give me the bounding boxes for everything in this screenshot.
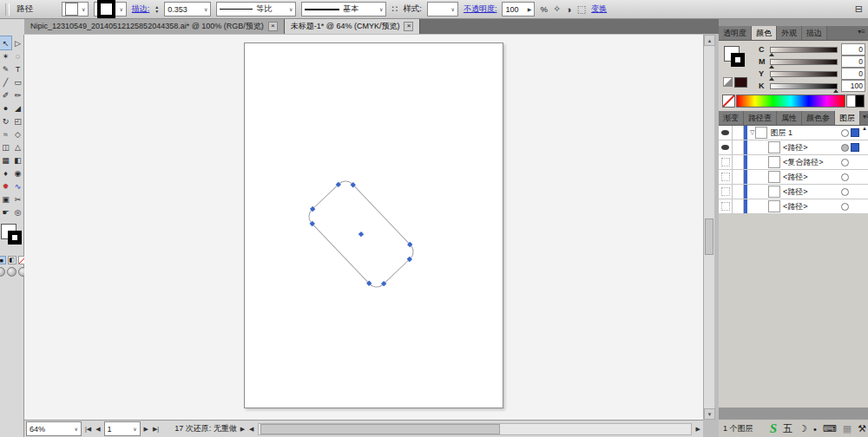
m-value[interactable]: 0 (841, 55, 865, 68)
zoom-level-dropdown[interactable]: 64% ∨ (26, 421, 82, 436)
type-tool[interactable]: T (12, 62, 23, 75)
lasso-tool[interactable]: ◌ (12, 49, 23, 62)
free-transform-tool[interactable]: ◇ (12, 127, 23, 140)
next-page-icon[interactable]: ▶ (143, 426, 149, 433)
pen-tool[interactable]: ✎ (0, 62, 11, 75)
zoom-tool[interactable]: ◎ (12, 205, 23, 218)
canvas-area[interactable] (24, 35, 703, 420)
width-tool[interactable]: ≈ (0, 127, 11, 140)
horizontal-scroll-thumb[interactable] (260, 424, 499, 434)
recolor-artwork-icon[interactable]: ◑ (566, 4, 572, 15)
magic-wand-tool[interactable]: ✶ (0, 49, 11, 62)
blob-brush-tool[interactable]: ● (0, 101, 11, 114)
y-slider-handle[interactable] (769, 77, 774, 81)
stroke-width-stepper[interactable]: ▲ ▼ (155, 5, 159, 14)
c-slider[interactable] (770, 47, 838, 53)
selection-indicator[interactable] (851, 143, 859, 152)
lock-toggle[interactable] (733, 140, 744, 154)
status-flyout-icon[interactable]: ▶ (240, 426, 246, 433)
brush-definition-dropdown[interactable]: 基本 ∨ (301, 2, 386, 16)
input-mode-wubi[interactable]: 五 (783, 422, 792, 435)
layer-row-5[interactable]: <路径> (719, 185, 868, 199)
target-icon[interactable] (841, 203, 849, 211)
y-value[interactable]: 0 (841, 68, 865, 80)
scroll-right-icon[interactable]: ▶ (695, 426, 701, 433)
slice-tool[interactable]: ✂ (12, 192, 23, 205)
select-similar-icon[interactable]: ✧ (553, 3, 561, 15)
gradient-mode-button[interactable]: ◧ (8, 256, 16, 264)
wrench-icon[interactable]: ⚒ (858, 423, 866, 434)
layer-name[interactable]: <路径> (783, 142, 808, 153)
sogou-icon[interactable]: S (770, 421, 777, 436)
layer-name[interactable]: 图层 1 (770, 127, 792, 139)
scroll-down-icon[interactable]: ▼ (704, 408, 715, 420)
dot-icon[interactable]: • (813, 424, 817, 434)
align-icon[interactable]: ⬚ (577, 3, 586, 15)
k-value[interactable]: 100 (841, 80, 865, 92)
vertical-scroll-thumb[interactable] (705, 218, 713, 255)
anchor-points[interactable] (302, 174, 419, 293)
layer-name[interactable]: <路径> (783, 172, 808, 183)
target-icon[interactable] (841, 173, 849, 181)
color-spectrum-bar[interactable] (736, 95, 845, 108)
target-icon[interactable] (841, 159, 849, 166)
selection-tool[interactable]: ↖ (0, 36, 11, 49)
collapse-dock-icon[interactable]: ⊟ (855, 3, 863, 15)
style-dropdown[interactable]: ∨ (427, 2, 458, 16)
tab-transparency[interactable]: 透明度 (719, 26, 752, 40)
rectangle-tool[interactable]: ▭ (12, 75, 23, 88)
rotate-tool[interactable]: ↻ (0, 114, 11, 127)
gradient-tool[interactable]: ◧ (12, 153, 23, 166)
layer-row-1[interactable]: ▽ 图层 1 ▲ (719, 126, 868, 140)
layer-row-2[interactable]: <路径> (719, 140, 868, 155)
lock-toggle[interactable] (733, 199, 744, 213)
panel-menu-icon[interactable]: ▾≡ (855, 26, 868, 40)
width-profile-dropdown[interactable]: 等比 ∨ (216, 2, 296, 16)
artboard-number-dropdown[interactable]: 1 ∨ (104, 421, 141, 436)
layer-name[interactable]: <路径> (783, 201, 808, 212)
tab-color[interactable]: 颜色 (752, 26, 777, 40)
y-slider[interactable] (770, 71, 838, 77)
tab-attributes[interactable]: 属性 (777, 111, 802, 125)
swap-colors-icon[interactable] (723, 77, 733, 87)
layer-name[interactable]: <复合路径> (783, 157, 824, 168)
k-slider[interactable] (770, 83, 838, 89)
c-value[interactable]: 0 (841, 43, 865, 55)
draw-normal-icon[interactable] (0, 267, 5, 277)
prev-page-icon[interactable]: ◀ (95, 426, 101, 433)
tab-gradient[interactable]: 渐变 (719, 111, 744, 125)
tab-stroke[interactable]: 描边 (802, 26, 827, 40)
close-icon[interactable]: × (404, 22, 413, 31)
visibility-toggle[interactable] (719, 140, 733, 154)
k-slider-handle[interactable] (833, 89, 838, 93)
selected-rounded-rectangle[interactable] (302, 174, 419, 293)
transform-panel-link[interactable]: 变换 (591, 3, 607, 15)
mesh-tool[interactable]: ▦ (0, 153, 11, 166)
opacity-panel-link[interactable]: 不透明度: (464, 3, 497, 15)
layer-row-3[interactable]: <复合路径> (719, 155, 868, 170)
stroke-proxy-swatch[interactable] (731, 53, 745, 67)
expand-triangle-icon[interactable]: ▽ (750, 129, 754, 136)
tab-appearance[interactable]: 外观 (777, 26, 802, 40)
visibility-toggle[interactable] (719, 155, 733, 169)
scale-tool[interactable]: ◰ (12, 114, 23, 127)
layers-scroll-up-icon[interactable]: ▲ (862, 126, 867, 131)
m-slider-handle[interactable] (769, 65, 774, 68)
artboard-tool[interactable]: ▣ (0, 192, 11, 205)
visibility-toggle[interactable] (719, 199, 733, 213)
lock-toggle[interactable] (733, 170, 744, 184)
stroke-panel-link[interactable]: 描边: (132, 3, 150, 15)
c-slider-handle[interactable] (769, 53, 774, 56)
opacity-value-dropdown[interactable]: 100 ▶ (502, 2, 535, 16)
none-color-swatch[interactable] (722, 95, 735, 108)
lock-toggle[interactable] (733, 155, 744, 169)
target-icon[interactable] (841, 129, 849, 137)
tab-layers[interactable]: 图层 (835, 111, 860, 125)
pencil-tool[interactable]: ✏ (12, 88, 23, 101)
eyedropper-tool[interactable]: ♦ (0, 166, 11, 179)
visibility-toggle[interactable] (719, 185, 733, 199)
black-swatch[interactable] (855, 95, 865, 108)
lock-toggle[interactable] (733, 126, 744, 140)
last-color-swatch[interactable] (734, 77, 747, 88)
layer-row-6[interactable]: <路径> (719, 199, 868, 214)
